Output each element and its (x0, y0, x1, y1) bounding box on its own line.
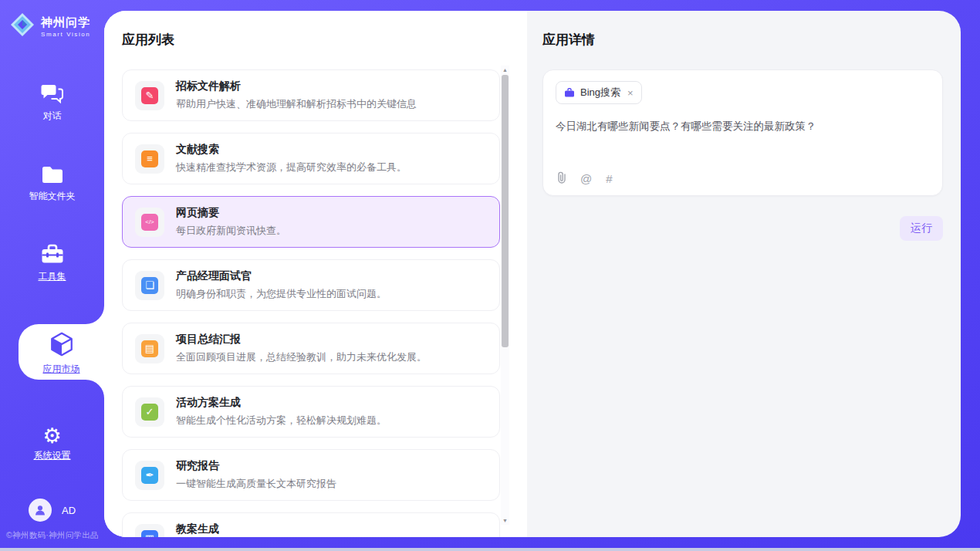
sidebar-item-label: 工具集 (39, 272, 66, 281)
run-button[interactable]: 运行 (900, 216, 943, 241)
run-row: 运行 (542, 216, 943, 241)
cube-icon (49, 331, 75, 360)
resume-icon: ❏ (135, 271, 164, 300)
app-card-title: 研究报告 (176, 459, 336, 473)
sidebar-item-label: 应用市场 (43, 364, 80, 374)
gear-icon: ⚙ (42, 426, 61, 446)
app-card-title: 网页摘要 (176, 206, 286, 220)
app-card-desc: 全面回顾项目进展，总结经验教训，助力未来优化发展。 (176, 350, 427, 364)
app-window: 神州问学 Smart Vision 对话 (0, 0, 980, 551)
sidebar: 神州问学 Smart Vision 对话 (0, 0, 104, 548)
webpage-code-icon: </> (135, 208, 164, 237)
sidebar-item-smart-folder[interactable]: 智能文件夹 (0, 164, 104, 201)
scrollbar-up-arrow[interactable]: ▲ (501, 67, 509, 73)
sidebar-item-label: 系统设置 (34, 451, 71, 460)
folder-icon (41, 165, 64, 187)
notch-curve-top (86, 306, 104, 324)
window-bottom-edge (0, 548, 980, 551)
app-card-title: 产品经理面试官 (176, 269, 387, 283)
user-account[interactable]: AD (0, 499, 104, 522)
prompt-card: Bing搜索 × 今日湖北有哪些新闻要点？有哪些需要关注的最新政策？ @ # (542, 69, 943, 196)
app-card-desc: 一键智能生成高质量长文本研究报告 (176, 477, 336, 491)
scrollbar-down-arrow[interactable]: ▼ (501, 518, 509, 523)
sidebar-item-chat[interactable]: 对话 (0, 83, 104, 120)
brand-name: 神州问学 (41, 15, 90, 30)
tool-tag-label: Bing搜索 (580, 86, 620, 100)
brand: 神州问学 Smart Vision (0, 0, 104, 40)
app-detail-title: 应用详情 (542, 31, 943, 49)
app-list-title: 应用列表 (122, 31, 527, 49)
app-card-title: 教案生成 (176, 522, 377, 536)
app-card[interactable]: ▤ 项目总结汇报 全面回顾项目进展，总结经验教训，助力未来优化发展。 (122, 323, 500, 374)
app-card-desc: 帮助用户快速、准确地理解和解析招标书中的关键信息 (176, 97, 417, 111)
ink-pen-icon: ✒ (135, 461, 164, 490)
prompt-input[interactable]: 今日湖北有哪些新闻要点？有哪些需要关注的最新政策？ (556, 119, 930, 134)
pen-square-icon: ✎ (135, 81, 164, 110)
brand-subtitle: Smart Vision (41, 31, 90, 38)
app-card-desc: 智能生成个性化活动方案，轻松解决规划难题。 (176, 414, 387, 428)
sidebar-item-settings[interactable]: ⚙ 系统设置 (0, 423, 104, 460)
paperclip-icon[interactable] (556, 171, 566, 185)
app-card-desc: 快速精准查找学术资源，提高研究效率的必备工具。 (176, 161, 407, 174)
sidebar-nav: 对话 智能文件夹 (0, 83, 104, 503)
app-card[interactable]: ≡ 文献搜索 快速精准查找学术资源，提高研究效率的必备工具。 (122, 133, 500, 184)
app-card-title: 活动方案生成 (176, 396, 387, 410)
app-card[interactable]: ✓ 活动方案生成 智能生成个性化活动方案，轻松解决规划难题。 (122, 386, 500, 438)
toolbox-icon (40, 244, 65, 267)
app-card-desc: 明确身份和职责，为您提供专业性的面试问题。 (176, 287, 387, 301)
sidebar-item-label: 对话 (43, 111, 62, 120)
prompt-toolbar: @ # (556, 171, 613, 185)
sidebar-footer: ©神州数码·神州问学出品 (6, 530, 99, 541)
app-card-title: 招标文件解析 (176, 79, 417, 93)
report-note-icon: ▤ (135, 334, 164, 363)
app-card[interactable]: ✒ 研究报告 一键智能生成高质量长文本研究报告 (122, 449, 500, 501)
app-list-panel: 应用列表 ✎ 招标文件解析 帮助用户快速、准确地理解和解析招标书中的关键信息 ≡… (104, 11, 527, 537)
content-area: 应用列表 ✎ 招标文件解析 帮助用户快速、准确地理解和解析招标书中的关键信息 ≡… (104, 11, 961, 537)
diamond-logo-icon (10, 12, 35, 40)
books-icon: ▥ (135, 524, 164, 538)
person-icon (34, 504, 46, 516)
app-list: ✎ 招标文件解析 帮助用户快速、准确地理解和解析招标书中的关键信息 ≡ 文献搜索… (122, 69, 500, 537)
scrollbar[interactable]: ▲ ▼ (501, 66, 509, 525)
sidebar-item-toolset[interactable]: 工具集 (0, 244, 104, 281)
app-card-title: 项目总结汇报 (176, 333, 427, 346)
avatar[interactable] (29, 499, 52, 522)
topic-hash-icon[interactable]: # (606, 173, 612, 184)
app-card-desc: 每日政府新闻资讯快查。 (176, 224, 286, 238)
clipboard-check-icon: ✓ (135, 397, 164, 427)
app-card[interactable]: ▥ 教案生成 模板驱动，教案秒成，教学准备从此轻松快捷 (122, 512, 500, 537)
notch-curve-bottom (86, 380, 104, 398)
close-icon[interactable]: × (627, 87, 634, 99)
briefcase-icon (564, 87, 575, 98)
app-card-title: 文献搜索 (176, 143, 407, 157)
app-detail-panel: 应用详情 Bing搜索 × 今日湖北有哪些新闻要点？有哪些需要关注的最新政策？ (527, 11, 961, 537)
app-card-selected[interactable]: </> 网页摘要 每日政府新闻资讯快查。 (122, 196, 500, 248)
tool-tag-bing-search[interactable]: Bing搜索 × (556, 81, 642, 104)
mention-icon[interactable]: @ (580, 173, 592, 184)
user-initials: AD (62, 505, 76, 516)
chat-icon (41, 83, 64, 106)
scrollbar-thumb[interactable] (502, 75, 509, 347)
sidebar-item-label: 智能文件夹 (29, 191, 76, 201)
sidebar-item-app-market[interactable]: 应用市场 (19, 324, 104, 380)
app-card[interactable]: ✎ 招标文件解析 帮助用户快速、准确地理解和解析招标书中的关键信息 (122, 69, 500, 121)
book-icon: ≡ (135, 144, 164, 174)
app-card[interactable]: ❏ 产品经理面试官 明确身份和职责，为您提供专业性的面试问题。 (122, 259, 500, 311)
